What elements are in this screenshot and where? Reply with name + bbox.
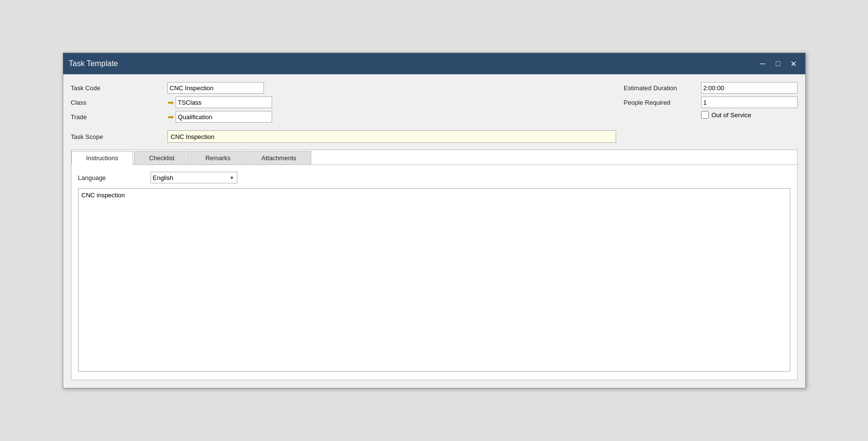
- title-bar: Task Template ─ □ ✕: [63, 53, 805, 74]
- title-bar-controls: ─ □ ✕: [757, 58, 799, 69]
- out-of-service-checkbox[interactable]: [701, 111, 709, 119]
- maximize-button[interactable]: □: [772, 58, 784, 69]
- right-fields: Estimated Duration People Required Out o…: [624, 82, 798, 125]
- class-input[interactable]: [176, 96, 272, 108]
- out-of-service-row: Out of Service: [624, 111, 751, 119]
- estimated-duration-label: Estimated Duration: [624, 84, 701, 92]
- task-scope-label: Task Scope: [71, 133, 167, 140]
- task-scope-input[interactable]: [167, 130, 616, 143]
- class-row: Class ➡: [71, 96, 272, 108]
- top-form: Task Code Class ➡ Trade ➡: [71, 82, 798, 125]
- tabs-header: Instructions Checklist Remarks Attachmen…: [71, 150, 797, 165]
- close-button[interactable]: ✕: [788, 58, 799, 69]
- main-content: Task Code Class ➡ Trade ➡: [63, 74, 805, 388]
- minimize-button[interactable]: ─: [757, 58, 769, 69]
- tab-instructions[interactable]: Instructions: [71, 151, 133, 165]
- tab-remarks[interactable]: Remarks: [191, 151, 246, 165]
- instructions-textarea[interactable]: CNC inspection: [78, 188, 790, 372]
- window-title: Task Template: [69, 59, 118, 68]
- language-select[interactable]: English French Spanish German: [151, 172, 237, 183]
- tab-attachments[interactable]: Attachments: [247, 151, 311, 165]
- out-of-service-label: Out of Service: [712, 111, 751, 119]
- trade-label: Trade: [71, 113, 167, 121]
- tab-checklist[interactable]: Checklist: [134, 151, 190, 165]
- trade-input[interactable]: [176, 111, 272, 123]
- language-label: Language: [78, 174, 151, 181]
- people-required-input[interactable]: [701, 96, 798, 108]
- class-arrow-icon: ➡: [167, 98, 174, 107]
- language-select-wrapper: English French Spanish German: [151, 172, 237, 183]
- task-code-input[interactable]: [167, 82, 264, 94]
- language-row: Language English French Spanish German: [78, 172, 790, 183]
- people-required-label: People Required: [624, 99, 701, 106]
- estimated-duration-input[interactable]: [701, 82, 798, 94]
- trade-row: Trade ➡: [71, 111, 272, 123]
- estimated-duration-row: Estimated Duration: [624, 82, 798, 94]
- class-label: Class: [71, 99, 167, 106]
- people-required-row: People Required: [624, 96, 798, 108]
- instructions-tab-content: Language English French Spanish German C…: [71, 165, 797, 380]
- tabs-container: Instructions Checklist Remarks Attachmen…: [71, 150, 798, 380]
- trade-arrow-icon: ➡: [167, 112, 174, 122]
- task-code-row: Task Code: [71, 82, 272, 94]
- task-template-window: Task Template ─ □ ✕ Task Code Class ➡: [63, 53, 806, 388]
- task-scope-row: Task Scope: [71, 130, 798, 143]
- left-fields: Task Code Class ➡ Trade ➡: [71, 82, 272, 125]
- task-code-label: Task Code: [71, 84, 167, 92]
- out-of-service-checkbox-row: Out of Service: [701, 111, 751, 119]
